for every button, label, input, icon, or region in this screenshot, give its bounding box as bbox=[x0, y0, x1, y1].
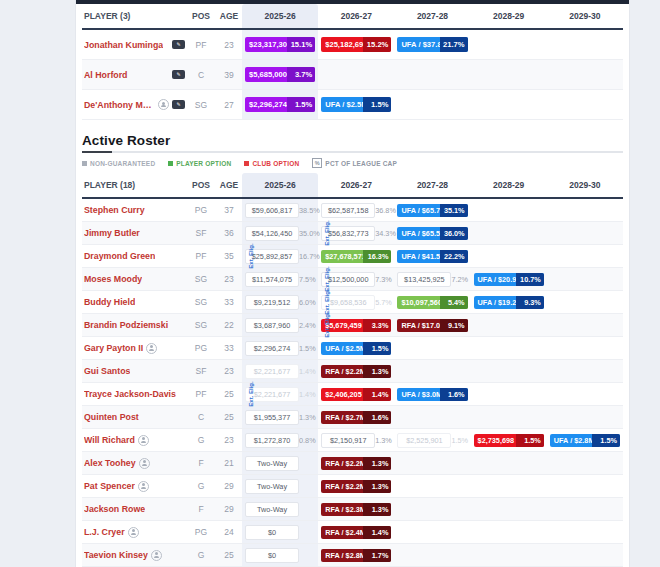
contract-cell-2025-26: $1,955,3771.3% bbox=[242, 406, 318, 428]
contract-cell-2026-27: Ext. Elig.$12,500,0007.3% bbox=[318, 268, 394, 290]
column-header-year-2026-27[interactable]: 2026-27 bbox=[318, 173, 394, 197]
legend-item-player-option: PLAYER OPTION bbox=[168, 160, 231, 167]
contract-cell-2026-27: RFA / $2.3M1.3% bbox=[318, 498, 394, 520]
contract-value-box: $59,606,81738.5% bbox=[245, 203, 315, 218]
table-row: Trayce Jackson-DavisPF25Ext. Elig.$2,221… bbox=[82, 383, 623, 406]
pill-value: UFA / $65.5M bbox=[397, 227, 439, 240]
player-link[interactable]: Taevion Kinsey bbox=[84, 550, 148, 560]
column-header-year-2025-26[interactable]: 2025-26 bbox=[242, 173, 318, 197]
column-header-year-2027-28[interactable]: 2027-28 bbox=[394, 173, 470, 197]
value-text: $56,832,773 bbox=[321, 226, 375, 241]
pill-value: UFA / $2.5M bbox=[321, 97, 363, 112]
column-header-year-2025-26[interactable]: 2025-26 bbox=[242, 4, 318, 28]
column-header-year-2027-28[interactable]: 2027-28 bbox=[394, 4, 470, 28]
column-header-year-2029-30[interactable]: 2029-30 bbox=[547, 4, 623, 28]
player-link[interactable]: L.J. Cryer bbox=[84, 527, 125, 537]
column-header-player[interactable]: PLAYER (3) bbox=[82, 4, 186, 28]
value-text: $25,892,857 bbox=[245, 249, 299, 264]
contract-cell-2029-30 bbox=[547, 406, 623, 428]
pill-pct: 36.0% bbox=[440, 227, 468, 240]
player-link[interactable]: Brandin Podziemski bbox=[84, 320, 168, 330]
pill-pct: 35.1% bbox=[440, 204, 468, 217]
player-link[interactable]: Draymond Green bbox=[84, 251, 155, 261]
player-link[interactable]: Trayce Jackson-Davis bbox=[84, 389, 176, 399]
contract-cell-2027-28 bbox=[394, 498, 470, 520]
contract-pill-maroon: RFA / $17.0M9.1% bbox=[397, 319, 467, 332]
pill-value: $2,406,205 bbox=[321, 388, 363, 401]
value-text: Two-Way bbox=[245, 479, 299, 494]
contract-pill-blue: UFA / $2.5M1.5% bbox=[321, 342, 391, 355]
legend: NON-GUARANTEEDPLAYER OPTIONCLUB OPTION%P… bbox=[76, 153, 629, 173]
pill-pct: 1.6% bbox=[440, 388, 468, 401]
player-link[interactable]: Quinten Post bbox=[84, 412, 139, 422]
contract-value-box: Two-Way bbox=[245, 456, 315, 471]
value-text: $12,500,000 bbox=[321, 272, 375, 287]
pill-value: RFA / $2.2M bbox=[321, 457, 363, 470]
pill-value: $5,685,000 bbox=[245, 67, 287, 82]
pill-pct: 5.4% bbox=[440, 296, 468, 309]
legend-item-club-option: CLUB OPTION bbox=[244, 160, 299, 167]
contract-cell-2026-27: Ext. Elig.$9,658,5365.7% bbox=[318, 291, 394, 313]
pill-value: $25,182,692 bbox=[321, 37, 363, 52]
contract-pill-red: $2,735,6981.5% bbox=[474, 434, 544, 447]
column-header-year-2026-27[interactable]: 2026-27 bbox=[318, 4, 394, 28]
contract-value-box: $2,221,6771.4% bbox=[245, 364, 315, 379]
column-header-player[interactable]: PLAYER (18) bbox=[82, 173, 186, 197]
contract-cell-2028-29 bbox=[471, 90, 547, 119]
player-link[interactable]: Gary Payton II bbox=[84, 343, 143, 353]
pill-pct: 1.4% bbox=[363, 526, 391, 539]
column-header-year-2028-29[interactable]: 2028-29 bbox=[471, 4, 547, 28]
player-link[interactable]: Pat Spencer bbox=[84, 481, 135, 491]
contract-cell-2026-27: $2,150,9171.3% bbox=[318, 429, 394, 451]
player-link[interactable]: Buddy Hield bbox=[84, 297, 135, 307]
contract-note-icon bbox=[138, 435, 149, 446]
contract-cell-2025-26: $23,317,30815.1% bbox=[242, 30, 318, 59]
contract-cell-2026-27: Ext. Elig.$5,679,4593.3% bbox=[318, 314, 394, 336]
player-link[interactable]: Jimmy Butler bbox=[84, 228, 140, 238]
table-row: Moses MoodySG23$11,574,0757.5%Ext. Elig.… bbox=[82, 268, 623, 291]
pos-cell: PG bbox=[186, 337, 216, 359]
legend-swatch-icon bbox=[244, 161, 249, 166]
column-header-year-2028-29[interactable]: 2028-29 bbox=[471, 173, 547, 197]
column-header-age[interactable]: AGE bbox=[216, 173, 242, 197]
pill-pct: 15.1% bbox=[287, 37, 315, 52]
age-cell: 33 bbox=[216, 291, 242, 313]
player-link[interactable]: Jonathan Kuminga bbox=[84, 40, 163, 50]
contract-cell-2029-30 bbox=[547, 245, 623, 267]
contract-cell-2026-27: $27,678,57116.3% bbox=[318, 245, 394, 267]
age-cell: 23 bbox=[216, 30, 242, 59]
table-header-row: PLAYER (18)POSAGE2025-262026-272027-2820… bbox=[82, 173, 623, 199]
contract-cell-2028-29 bbox=[471, 245, 547, 267]
contract-cell-2025-26: Ext. Elig.$2,221,6771.4% bbox=[242, 383, 318, 405]
content-card: PLAYER (3)POSAGE2025-262026-272027-28202… bbox=[75, 0, 630, 567]
player-link[interactable]: Jackson Rowe bbox=[84, 504, 145, 514]
contract-pill-purple: $23,317,30815.1% bbox=[245, 37, 315, 52]
contract-cell-2026-27: $25,182,69215.2% bbox=[318, 30, 394, 59]
pill-value: RFA / $2.3M bbox=[321, 503, 363, 516]
age-cell: 37 bbox=[216, 199, 242, 221]
column-header-pos[interactable]: POS bbox=[186, 4, 216, 28]
column-header-year-2029-30[interactable]: 2029-30 bbox=[547, 173, 623, 197]
player-link[interactable]: Gui Santos bbox=[84, 366, 130, 376]
table-row: Gui SantosSF23$2,221,6771.4%RFA / $2.2M1… bbox=[82, 360, 623, 383]
contract-cell-2027-28 bbox=[394, 521, 470, 543]
contract-pill-purple: $5,685,0003.7% bbox=[245, 67, 315, 82]
player-link[interactable]: Alex Toohey bbox=[84, 458, 136, 468]
column-header-age[interactable]: AGE bbox=[216, 4, 242, 28]
contract-cell-2025-26: Two-Way bbox=[242, 475, 318, 497]
contract-cell-2025-26: $11,574,0757.5% bbox=[242, 268, 318, 290]
contract-value-box: $2,221,6771.4% bbox=[245, 387, 315, 402]
pill-pct: 16.3% bbox=[363, 250, 391, 263]
player-link[interactable]: Stephen Curry bbox=[84, 205, 145, 215]
player-link[interactable]: De'Anthony Melton bbox=[84, 100, 155, 110]
player-cell: L.J. Cryer bbox=[82, 521, 186, 543]
contract-value-box: $9,219,5126.0% bbox=[245, 295, 315, 310]
player-link[interactable]: Al Horford bbox=[84, 70, 128, 80]
column-header-pos[interactable]: POS bbox=[186, 173, 216, 197]
pill-pct: 1.5% bbox=[287, 97, 315, 112]
contract-cell-2027-28 bbox=[394, 60, 470, 89]
pill-value: $5,679,459 bbox=[321, 319, 363, 332]
player-link[interactable]: Moses Moody bbox=[84, 274, 142, 284]
contract-cell-2026-27: RFA / $2.2M1.3% bbox=[318, 360, 394, 382]
player-link[interactable]: Will Richard bbox=[84, 435, 135, 445]
